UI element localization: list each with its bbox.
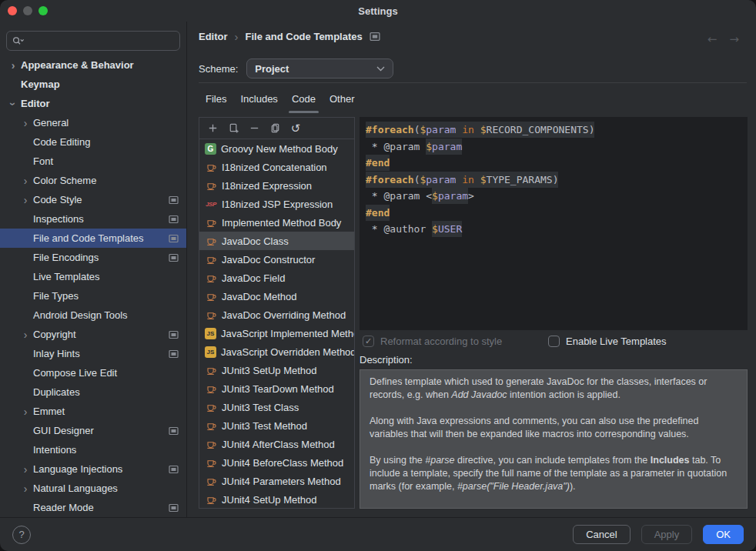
sidebar-item-code-editing[interactable]: Code Editing: [0, 132, 186, 152]
chevron-right-icon[interactable]: ›: [20, 329, 31, 340]
chevron-right-icon[interactable]: ›: [8, 60, 18, 71]
sidebar-item-label: Editor: [21, 98, 50, 109]
tab-includes[interactable]: Includes: [233, 89, 284, 109]
tab-other[interactable]: Other: [323, 89, 362, 109]
template-item-junit3-test-class[interactable]: JUnit3 Test Class: [199, 398, 354, 416]
sidebar-item-compose-live-edit[interactable]: Compose Live Edit: [0, 363, 186, 382]
java-icon: [205, 179, 217, 192]
reset-template-icon[interactable]: ↺: [289, 122, 302, 135]
template-item-javascript-implemented-method[interactable]: JSJavaScript Implemented Method: [199, 324, 354, 342]
sidebar-item-code-style[interactable]: ›Code Style: [0, 190, 186, 209]
sidebar-item-editor[interactable]: ›Editor: [0, 94, 186, 113]
settings-tree: ›Appearance & BehaviorKeymap›Editor›Gene…: [0, 55, 186, 517]
template-item-javadoc-field[interactable]: JavaDoc Field: [199, 269, 354, 287]
template-item-junit3-teardown-method[interactable]: JUnit3 TearDown Method: [199, 379, 354, 398]
template-item-i18nized-expression[interactable]: I18nized Expression: [199, 176, 354, 195]
minimize-button[interactable]: [23, 6, 32, 15]
template-item-javadoc-constructor[interactable]: JavaDoc Constructor: [199, 250, 354, 269]
template-item-i18nized-concatenation[interactable]: I18nized Concatenation: [199, 158, 354, 176]
settings-sidebar: ›Appearance & BehaviorKeymap›Editor›Gene…: [0, 22, 187, 517]
template-item-javadoc-overriding-method[interactable]: JavaDoc Overriding Method: [199, 306, 354, 324]
sidebar-item-file-encodings[interactable]: File Encodings: [0, 248, 186, 267]
description-paragraph: Defines template which used to generate …: [370, 376, 738, 402]
sidebar-item-gui-designer[interactable]: GUI Designer: [0, 421, 186, 440]
template-item-junit4-beforeclass-method[interactable]: JUnit4 BeforeClass Method: [199, 453, 354, 472]
chevron-right-icon[interactable]: ›: [20, 406, 31, 417]
help-button[interactable]: ?: [12, 526, 31, 544]
sidebar-item-color-scheme[interactable]: ›Color Scheme: [0, 171, 186, 190]
reformat-checkbox[interactable]: ✓: [363, 336, 374, 347]
template-item-javascript-overridden-method[interactable]: JSJavaScript Overridden Method: [199, 342, 354, 361]
sidebar-item-inspections[interactable]: Inspections: [0, 209, 186, 229]
template-item-junit4-parameters-method[interactable]: JUnit4 Parameters Method: [199, 472, 354, 490]
chevron-right-icon[interactable]: ›: [20, 175, 31, 186]
java-icon: [205, 419, 217, 432]
search-box[interactable]: [6, 31, 180, 51]
chevron-right-icon[interactable]: ›: [20, 464, 31, 475]
template-item-junit4-setup-method[interactable]: JUnit4 SetUp Method: [199, 490, 354, 508]
java-icon: [205, 161, 217, 173]
sidebar-item-reader-mode[interactable]: Reader Mode: [0, 498, 186, 517]
sidebar-item-label: Font: [33, 155, 53, 167]
chevron-right-icon[interactable]: ›: [20, 118, 31, 129]
scheme-dropdown[interactable]: Project: [246, 58, 393, 78]
create-child-template-button[interactable]: [227, 122, 239, 135]
sidebar-item-live-templates[interactable]: Live Templates: [0, 267, 186, 286]
template-item-junit3-test-method[interactable]: JUnit3 Test Method: [199, 416, 354, 435]
live-templates-checkbox[interactable]: [548, 336, 560, 347]
template-item-i18nized-jsp-expression[interactable]: JSPI18nized JSP Expression: [199, 195, 354, 213]
sidebar-item-copyright[interactable]: ›Copyright: [0, 325, 186, 344]
chevron-down-icon[interactable]: ›: [8, 99, 18, 109]
sidebar-item-label: Natural Languages: [33, 483, 118, 494]
sidebar-item-android-design-tools[interactable]: Android Design Tools: [0, 306, 186, 325]
sidebar-item-keymap[interactable]: Keymap: [0, 75, 186, 94]
copy-template-button[interactable]: [269, 122, 281, 135]
sidebar-item-file-types[interactable]: File Types: [0, 286, 186, 306]
sidebar-item-appearance-behavior[interactable]: ›Appearance & Behavior: [0, 55, 186, 75]
tab-files[interactable]: Files: [199, 89, 233, 109]
breadcrumb: Editor › File and Code Templates: [199, 31, 380, 42]
template-item-label: I18nized Concatenation: [222, 162, 327, 173]
cancel-button[interactable]: Cancel: [573, 525, 630, 544]
java-icon: [205, 438, 217, 450]
template-editor[interactable]: #foreach($param in $RECORD_COMPONENTS) *…: [360, 117, 748, 330]
sidebar-item-font[interactable]: Font: [0, 152, 186, 171]
template-item-label: I18nized JSP Expression: [222, 199, 333, 210]
sidebar-item-language-injections[interactable]: ›Language Injections: [0, 459, 186, 479]
code-line: * @param $param: [366, 139, 741, 155]
overridden-settings-icon: [169, 330, 179, 339]
template-item-javadoc-method[interactable]: JavaDoc Method: [199, 287, 354, 306]
chevron-right-icon[interactable]: ›: [20, 195, 31, 205]
tab-code[interactable]: Code: [285, 89, 323, 109]
sidebar-item-general[interactable]: ›General: [0, 113, 186, 132]
template-item-junit4-afterclass-method[interactable]: JUnit4 AfterClass Method: [199, 435, 354, 453]
search-input[interactable]: [28, 35, 175, 48]
chevron-right-icon[interactable]: ›: [20, 483, 31, 494]
code-segment: #foreach: [366, 122, 414, 138]
forward-arrow-icon[interactable]: →: [729, 32, 739, 46]
sidebar-item-duplicates[interactable]: Duplicates: [0, 382, 186, 402]
sidebar-item-emmet[interactable]: ›Emmet: [0, 402, 186, 421]
back-arrow-icon[interactable]: ←: [707, 32, 718, 46]
groovy-icon: G: [205, 143, 216, 155]
remove-template-button[interactable]: [248, 122, 260, 135]
description-panel[interactable]: Defines template which used to generate …: [360, 369, 748, 509]
apply-button[interactable]: Apply: [641, 525, 693, 544]
add-template-button[interactable]: [206, 122, 219, 135]
sidebar-item-file-and-code-templates[interactable]: File and Code Templates: [0, 229, 186, 248]
sidebar-item-inlay-hints[interactable]: Inlay Hints: [0, 344, 186, 363]
breadcrumb-editor[interactable]: Editor: [199, 31, 228, 42]
ok-button[interactable]: OK: [703, 525, 744, 544]
sidebar-item-intentions[interactable]: Intentions: [0, 440, 186, 459]
template-item-implemented-method-body[interactable]: Implemented Method Body: [199, 213, 354, 232]
template-list-panel: ↺ GGroovy New Method BodyI18nized Concat…: [199, 117, 355, 509]
zoom-button[interactable]: [38, 6, 48, 15]
template-item-javadoc-class[interactable]: JavaDoc Class: [199, 232, 354, 250]
close-button[interactable]: [8, 6, 17, 15]
code-segment: [474, 122, 480, 138]
sidebar-item-natural-languages[interactable]: ›Natural Languages: [0, 479, 186, 498]
java-icon: [205, 475, 217, 487]
template-item-groovy-new-method-body[interactable]: GGroovy New Method Body: [199, 139, 354, 158]
code-segment: $: [432, 221, 438, 237]
template-item-junit3-setup-method[interactable]: JUnit3 SetUp Method: [199, 361, 354, 379]
